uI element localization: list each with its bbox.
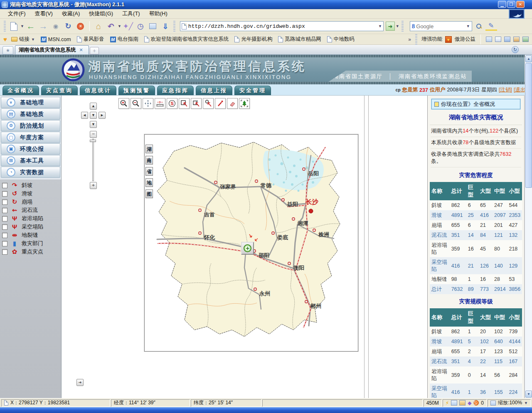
- map-side-button[interactable]: 图: [145, 189, 153, 198]
- layer-checkbox[interactable]: [2, 249, 7, 255]
- quick-link[interactable]: 欢迎登陆湖南省地质灾害信息系统: [143, 36, 231, 43]
- boost-features-link[interactable]: 增强功能: [421, 36, 442, 43]
- maxthon-charity-icon[interactable]: ♥: [445, 36, 452, 43]
- pan-down-button[interactable]: ▼: [90, 121, 97, 128]
- new-tab-button[interactable]: ＋: [90, 47, 99, 54]
- menu-item[interactable]: 快捷组(G): [84, 9, 118, 18]
- new-page-button[interactable]: [8, 20, 20, 32]
- popup-blocked-icon[interactable]: ⃠: [473, 400, 479, 406]
- nav-tab-1[interactable]: 全省概况: [2, 86, 39, 95]
- erase-tool-button[interactable]: [227, 98, 238, 109]
- map-scroll-right-button[interactable]: ➔: [76, 379, 84, 386]
- zoom-dropdown-icon[interactable]: ▼: [524, 401, 528, 405]
- layer-checkbox[interactable]: [2, 233, 7, 238]
- home-button[interactable]: ⌂: [93, 20, 104, 32]
- zoom-in-tool-button[interactable]: [118, 98, 129, 109]
- sidebar-section-chevrons-down[interactable]: »基础地理: [1, 97, 60, 108]
- pan-center-button[interactable]: ▼: [90, 112, 97, 119]
- scrollbar-thumb[interactable]: [525, 63, 532, 188]
- refresh-button[interactable]: ↻: [62, 20, 74, 32]
- scroll-up-icon[interactable]: ▲: [525, 55, 532, 62]
- highlight-button[interactable]: ✎: [485, 22, 497, 31]
- new-window-icon[interactable]: [459, 400, 466, 406]
- link-geo-env-monitor-station[interactable]: 湖南省地质环境监测总站: [399, 73, 467, 80]
- zoom-slider-track[interactable]: [92, 139, 94, 181]
- full-extent-tool-button[interactable]: [239, 98, 250, 109]
- pan-tool-button[interactable]: [143, 98, 153, 109]
- select-polygon-tool-button[interactable]: [191, 98, 202, 109]
- measure-distance-tool-button[interactable]: ?: [155, 98, 165, 109]
- menu-item[interactable]: 查看(V): [30, 9, 57, 18]
- menu-item[interactable]: 收藏(A): [57, 9, 84, 18]
- layer-checkbox[interactable]: [2, 191, 7, 197]
- nav-tab-2[interactable]: 灾点查询: [41, 86, 78, 95]
- notes-icon[interactable]: [504, 37, 510, 42]
- layer-checkbox[interactable]: [2, 216, 7, 221]
- select-s-tool-button[interactable]: S: [167, 98, 177, 109]
- back-button[interactable]: ←: [25, 20, 37, 32]
- search-button[interactable]: [473, 20, 485, 32]
- sidebar-section-pie-chart[interactable]: ◔灾害数据: [1, 167, 60, 178]
- go-button[interactable]: ➜: [386, 22, 395, 31]
- quick-link[interactable]: M电台指南: [108, 36, 140, 43]
- clean-icon[interactable]: ◆: [468, 400, 471, 406]
- quick-link[interactable]: 觅路城市精品网: [276, 36, 323, 43]
- scroll-down-icon[interactable]: ▼: [525, 391, 532, 398]
- map-side-button[interactable]: 湖: [145, 145, 153, 153]
- layer-checkbox[interactable]: [2, 208, 7, 213]
- layer-checkbox[interactable]: [2, 183, 7, 188]
- tab-close-icon[interactable]: ✕: [79, 47, 83, 53]
- search-box[interactable]: 8 ▼: [410, 21, 472, 31]
- boost-icon[interactable]: ⚡: [446, 400, 449, 406]
- select-rect-tool-button[interactable]: [179, 98, 190, 109]
- search-input[interactable]: [416, 23, 465, 30]
- address-dropdown-icon[interactable]: ▼: [378, 24, 382, 28]
- quick-link[interactable]: 光年摄影机构: [233, 36, 274, 43]
- stop-button[interactable]: ✕: [75, 20, 86, 32]
- folder-dropdown-icon[interactable]: ▼: [31, 37, 35, 42]
- zoom-out-slider-button[interactable]: −: [90, 131, 97, 138]
- nav-tab-5[interactable]: 应急指挥: [157, 86, 194, 95]
- history-dropdown-icon[interactable]: ◉: [50, 20, 62, 32]
- quick-link[interactable]: 链接▼: [10, 36, 37, 43]
- quick-link[interactable]: 暴风影音: [75, 36, 106, 43]
- maximize-button[interactable]: ❐: [507, 1, 515, 8]
- sidebar-section-monitor[interactable]: ▤基础地质: [1, 108, 60, 120]
- skin-icon[interactable]: [513, 37, 520, 42]
- links-overflow-icon[interactable]: »: [408, 37, 411, 42]
- go-dropdown-icon[interactable]: ▼: [396, 24, 399, 28]
- nav-tab-4[interactable]: 预测预警: [118, 86, 155, 95]
- map-side-button[interactable]: 南: [145, 156, 153, 165]
- pan-right-button[interactable]: ►: [99, 112, 106, 119]
- proxy-icon[interactable]: [486, 37, 492, 42]
- refresh-page-icon[interactable]: ↻: [512, 46, 519, 53]
- map-side-button[interactable]: 省: [145, 167, 153, 176]
- menu-item[interactable]: 帮助(H): [145, 9, 172, 18]
- map-side-button[interactable]: 地: [145, 178, 153, 187]
- menu-item[interactable]: 文件(F): [3, 9, 30, 18]
- favorites-heart-icon[interactable]: ♥: [3, 36, 7, 43]
- history-clock-icon[interactable]: ◷: [135, 20, 146, 32]
- hotlink-tool-button[interactable]: [215, 98, 226, 109]
- zoom-out-tool-button[interactable]: [131, 98, 141, 109]
- new-page-dropdown-icon[interactable]: ▼: [20, 24, 24, 28]
- zoom-window-tool-button[interactable]: [203, 98, 214, 109]
- window-list-icon[interactable]: [147, 20, 159, 32]
- selected-point-button[interactable]: ＋: [241, 242, 254, 255]
- undo-dropdown-icon[interactable]: ▼: [118, 24, 121, 28]
- magic-fill-icon[interactable]: ✦╱: [122, 20, 134, 32]
- sidebar-section-report[interactable]: ▣环境公报: [1, 143, 60, 155]
- sidebar-section-document[interactable]: ▢年度方案: [1, 132, 60, 143]
- plugin-icon[interactable]: [522, 37, 529, 42]
- address-input[interactable]: [188, 23, 377, 30]
- link-land-resources-dept[interactable]: 湖南省国土资源厅: [333, 73, 383, 80]
- pan-left-button[interactable]: ◄: [81, 112, 88, 119]
- minimize-button[interactable]: ▁: [498, 1, 506, 8]
- maxthon-charity-link[interactable]: 傲游公益: [455, 36, 475, 43]
- layer-checkbox[interactable]: [2, 199, 7, 205]
- logout-link[interactable]: [注销]: [499, 86, 512, 93]
- nav-tab-3[interactable]: 信息统计: [80, 86, 116, 95]
- proxy-status-icon[interactable]: [451, 400, 457, 406]
- vertical-scrollbar[interactable]: ▲ ▼: [525, 55, 532, 398]
- download-button[interactable]: ⇓: [160, 20, 171, 32]
